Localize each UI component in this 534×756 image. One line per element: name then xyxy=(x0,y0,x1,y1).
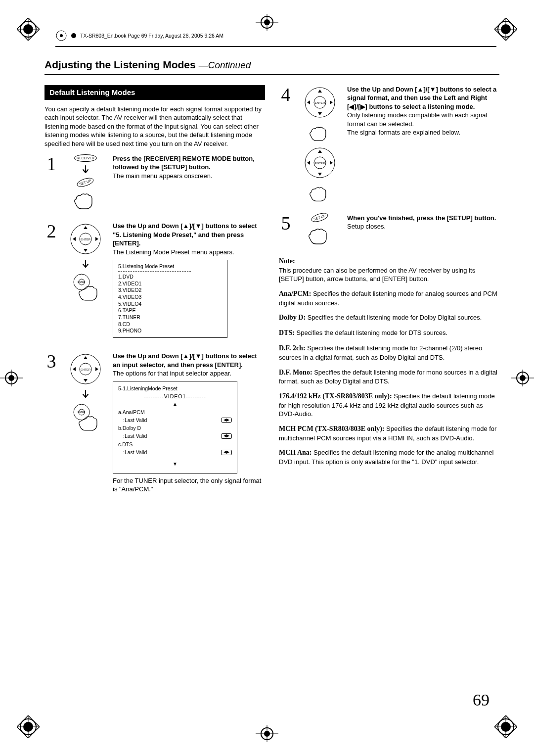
bullet-icon xyxy=(71,33,76,38)
step-4: 4 ENTER ENTER xyxy=(279,85,499,203)
hand-press-icon xyxy=(73,189,98,211)
step-1-head: Press the [RECEIVER] REMOTE MODE button,… xyxy=(113,155,255,171)
preset-item: 1.DVD xyxy=(118,274,222,281)
left-right-arrow-icon: ◀▶ xyxy=(221,433,232,439)
step-5-head: When you've finished, press the [SETUP] … xyxy=(347,214,496,222)
step-4-body: Only listening modes compatible with eac… xyxy=(347,111,487,136)
preset-item: 7.TUNER xyxy=(118,314,222,321)
def-val: Speciﬁes the default listening mode for … xyxy=(279,344,482,361)
def-key: DTS: xyxy=(279,329,295,336)
def-key: D.F. Mono: xyxy=(279,369,312,376)
content: Default Listening Modes You can specify … xyxy=(44,85,499,505)
def-dolby: Dolby D: Speciﬁes the default listening … xyxy=(279,313,499,323)
menu-subtitle: ---------VIDEO1--------- xyxy=(118,392,232,400)
def-key: D.F. 2ch: xyxy=(279,344,306,352)
reg-mark-br xyxy=(494,715,517,738)
step-number: 3 xyxy=(44,352,58,494)
step-3-head: Use the Up and Down [▲]/[▼] buttons to s… xyxy=(113,352,257,369)
step-4-head: Use the Up and Down [▲]/[▼] buttons to s… xyxy=(347,86,496,110)
step-3-body2: For the TUNER input selector, the only s… xyxy=(113,476,265,494)
step-2-head: Use the Up and Down [▲]/[▼] buttons to s… xyxy=(113,222,257,247)
preset-item: 3.VIDEO2 xyxy=(118,287,222,294)
preset-item: 2.VIDEO1 xyxy=(118,281,222,287)
down-arrow-icon xyxy=(80,165,91,176)
svg-text:ENTER: ENTER xyxy=(78,411,86,414)
def-176khz: 176.4/192 kHz (TX-SR803/803E only): Spec… xyxy=(279,392,499,419)
row-b-key: b.Dolby D xyxy=(118,424,232,432)
step-number: 1 xyxy=(44,154,58,211)
preset-item: 9.PHONO xyxy=(118,328,222,334)
menu-title: 5-1.ListeningMode Preset xyxy=(118,384,232,392)
step-number: 4 xyxy=(279,85,293,203)
section-heading: Default Listening Modes xyxy=(44,85,265,100)
step-3-icon: ENTER ENTER xyxy=(63,352,108,494)
setup-button-icon: SET UP xyxy=(311,211,329,224)
menu-title: 5.Listening Mode Preset xyxy=(118,263,222,270)
listening-mode-preset-detail-menu: 5-1.ListeningMode Preset ---------VIDEO1… xyxy=(113,381,237,473)
reg-mark-right xyxy=(511,367,534,389)
dpad-icon: ENTER xyxy=(303,85,337,120)
step-5-icon: SET UP xyxy=(298,214,342,246)
svg-text:ENTER: ENTER xyxy=(315,162,325,165)
def-key: MCH Ana: xyxy=(279,449,312,456)
svg-text:ENTER: ENTER xyxy=(81,368,91,371)
step-2-body: The Listening Mode Preset menu appears. xyxy=(113,248,234,256)
step-number: 2 xyxy=(44,222,58,341)
step-5-body: Setup closes. xyxy=(347,223,386,230)
preset-item: 6.TAPE xyxy=(118,307,222,314)
step-3-body: The options for that input selector appe… xyxy=(113,370,231,377)
preset-item: 4.VIDEO3 xyxy=(118,294,222,301)
hand-press-dpad-icon: ENTER xyxy=(71,403,100,432)
setup-button-icon: SET UP xyxy=(76,176,95,189)
step-2: 2 ENTER ENTER xyxy=(44,222,265,341)
reg-mark-bottom xyxy=(256,722,278,745)
enter-label: ENTER xyxy=(81,238,91,241)
left-right-arrow-icon: ◀▶ xyxy=(221,450,232,455)
def-dts: DTS: Speciﬁes the default listening mode… xyxy=(279,329,499,338)
row-b-val: :Last Valid xyxy=(118,432,147,440)
preset-item: 5.VIDEO4 xyxy=(118,301,222,308)
receiver-button-icon: RECEIVER xyxy=(74,154,97,162)
svg-text:ENTER: ENTER xyxy=(315,101,325,104)
def-mchana: MCH Ana: Speciﬁes the default listening … xyxy=(279,448,499,466)
page-title: Adjusting the Listening Modes xyxy=(44,58,196,72)
step-number: 5 xyxy=(279,214,293,246)
def-ana: Ana/PCM: Speciﬁes the default listening … xyxy=(279,289,499,307)
down-arrow-icon xyxy=(80,259,91,270)
down-arrow-icon xyxy=(80,389,91,400)
def-df2ch: D.F. 2ch: Speciﬁes the default listening… xyxy=(279,344,499,362)
left-right-arrow-icon: ◀▶ xyxy=(221,418,232,423)
svg-point-33 xyxy=(60,34,63,37)
dpad-icon: ENTER xyxy=(303,145,337,180)
note-body: This procedure can also be performed on … xyxy=(279,267,475,283)
book-header-text: TX-SR803_En.book Page 69 Friday, August … xyxy=(80,32,223,39)
hand-press-icon xyxy=(308,123,332,142)
step-5: 5 SET UP When you've finished, press the… xyxy=(279,214,499,246)
page-root: TX-SR803_En.book Page 69 Friday, August … xyxy=(0,0,534,756)
down-arrow-icon: ▼ xyxy=(118,460,232,468)
row-c-key: c.DTS xyxy=(118,440,232,448)
def-mchpcm: MCH PCM (TX-SR803/803E only): Speciﬁes t… xyxy=(279,425,499,442)
note-block: Note: This procedure can also be perform… xyxy=(279,257,499,284)
step-2-icon: ENTER ENTER xyxy=(63,222,108,341)
def-key: Ana/PCM: xyxy=(279,290,311,297)
svg-text:ENTER: ENTER xyxy=(78,281,86,284)
def-key: Dolby D: xyxy=(279,314,306,321)
title-bar: Adjusting the Listening Modes —Continued xyxy=(44,58,499,75)
step-1: 1 RECEIVER SET UP Press the [RECEIVER] R… xyxy=(44,154,265,211)
reg-mark-bl xyxy=(17,715,40,738)
row-c-val: :Last Valid xyxy=(118,448,147,456)
hand-press-icon xyxy=(308,183,332,203)
preset-item: 8.CD xyxy=(118,321,222,328)
page-number: 69 xyxy=(473,689,490,711)
def-val: Speciﬁes the default listening mode for … xyxy=(306,314,482,321)
row-a-key: a.Ana/PCM xyxy=(118,408,232,416)
def-val: Speciﬁes the default listening mode for … xyxy=(279,290,497,307)
reg-mark-left xyxy=(0,367,23,389)
note-head: Note: xyxy=(279,257,295,265)
def-key: 176.4/192 kHz (TX-SR803/803E only): xyxy=(279,392,392,400)
right-column: 4 ENTER ENTER xyxy=(279,85,499,505)
left-column: Default Listening Modes You can specify … xyxy=(44,85,265,505)
reg-mark-tl xyxy=(17,18,40,41)
dpad-icon: ENTER xyxy=(68,352,103,386)
